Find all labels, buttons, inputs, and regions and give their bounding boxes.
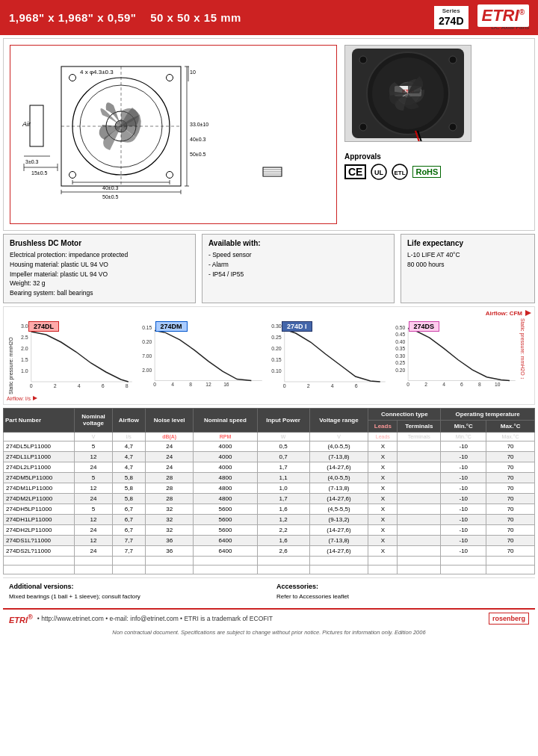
svg-text:0.20: 0.20 [395,368,405,373]
table-cell: 1,7 [257,462,309,472]
ul-mark: UL [371,164,387,180]
svg-text:16: 16 [223,382,229,387]
table-cell: X [368,483,398,493]
svg-point-9 [69,75,76,81]
table-cell: 4,7 [112,451,145,462]
svg-text:0.20: 0.20 [271,346,282,351]
svg-text:4: 4 [78,383,81,388]
table-cell: 70 [486,514,535,524]
table-cell: 1,6 [257,535,309,545]
table-cell: 70 [486,504,535,514]
specs-table: Part Number Nominalvoltage Airflow Noise… [3,408,535,574]
table-cell: 1,6 [257,504,309,514]
table-cell: -10 [441,483,486,493]
sh-v: V [75,432,112,441]
table-cell: 5 [75,441,112,451]
chart-274di: 274D I 0 2 4 6 0.30 0.25 0.20 0.15 0.10 [267,318,392,394]
table-cell: 12 [75,483,112,493]
table-cell: (4,0-5,5) [309,472,368,483]
table-cell: (14-27,6) [309,545,368,556]
svg-text:0.30: 0.30 [395,353,405,359]
table-row: 274DL1LP11000124,72440000,7(7-13,8)X-107… [4,451,535,462]
svg-text:0: 0 [283,383,286,388]
table-cell: 2,2 [257,524,309,535]
brand-block: ETRI® DC Axial Fans [477,4,530,31]
table-cell: (14-27,6) [309,462,368,472]
table-cell: 7,7 [112,545,145,556]
table-cell: X [368,535,398,545]
sh-max: Max.°C [486,432,535,441]
table-cell: 36 [145,535,193,545]
chart-274dl: 274DL 0 2 4 6 8 3.0 2.5 2.0 1.5 1.0 [13,318,139,394]
table-cell: 5,8 [112,483,145,493]
etl-mark: ETL [392,164,408,180]
table-cell: 4000 [194,451,257,462]
svg-text:1.5: 1.5 [21,357,28,362]
svg-text:12: 12 [205,382,211,387]
table-cell [398,451,441,462]
table-cell: 28 [145,493,193,504]
airflow-bottom-label: Airflow: l/s [7,396,531,401]
table-cell: 6,7 [112,504,145,514]
table-cell: 6,7 [112,524,145,535]
svg-text:8: 8 [477,382,480,387]
table-cell [398,462,441,472]
table-row: 274DM5LP1100055,82848001,1(4,0-5,5)X-107… [4,472,535,483]
svg-text:0.45: 0.45 [395,332,405,337]
table-cell: 6,7 [112,514,145,524]
table-cell: 6400 [194,545,257,556]
motor-specs-details: Electrical protection: impedance protect… [10,250,189,298]
life-title: Life expectancy [407,239,528,247]
svg-text:0.30: 0.30 [271,323,282,329]
table-row: 274DM2LP11000245,82848001,7(14-27,6)X-10… [4,493,535,504]
th-noise: Noise level [145,408,193,432]
table-cell: 70 [486,545,535,556]
chart-274ds: 274DS 0 2 4 6 8 10 0.50 0.45 0.40 0.35 0… [394,318,519,394]
svg-text:7.00: 7.00 [142,353,152,359]
svg-text:4: 4 [331,383,334,388]
sh-min: Min.°C [441,432,486,441]
table-cell: 5600 [194,514,257,524]
available-title: Available with: [208,239,388,247]
sh-w: W [257,432,309,441]
table-cell: 2,6 [257,545,309,556]
svg-text:0.25: 0.25 [395,360,405,365]
svg-text:40±0.3: 40±0.3 [190,137,205,142]
main-content: Air 3±0.3 15±0.5 4 x φ4.3±0.3 [3,38,535,231]
table-cell: 1,1 [257,472,309,483]
table-cell: 274DL1LP11000 [4,451,75,462]
series-label: Series [439,7,463,15]
svg-text:0.35: 0.35 [395,346,405,351]
table-cell: 274DH1LP11000 [4,514,75,524]
svg-point-49 [359,56,367,63]
svg-text:0: 0 [153,382,156,387]
table-row: 274DH2LP11000246,73256002,2(14-27,6)X-10… [4,524,535,535]
accessories-block: Accessories: Refer to Accessories leafle… [276,583,529,601]
svg-point-12 [167,172,173,179]
table-cell: 24 [75,462,112,472]
table-cell: X [368,472,398,483]
sh-rpm: RPM [194,432,257,441]
table-cell: -10 [441,545,486,556]
table-cell: X [368,514,398,524]
svg-text:0.10: 0.10 [271,368,282,374]
table-cell: 24 [145,451,193,462]
svg-point-52 [449,123,457,131]
svg-point-10 [167,75,173,81]
table-cell: 5,8 [112,472,145,483]
svg-text:0.20: 0.20 [142,338,152,344]
svg-text:3.0: 3.0 [21,323,28,329]
svg-text:2: 2 [307,383,310,388]
svg-text:8: 8 [126,383,129,388]
table-cell: 4000 [194,441,257,451]
svg-text:6: 6 [102,383,105,388]
table-cell: X [368,441,398,451]
rohs-mark: RoHS [412,166,441,178]
charts-section: Airflow: CFM Static pressure: mmH2O 274D… [3,306,535,405]
table-cell: (4,5-5,5) [309,504,368,514]
table-cell: -10 [441,441,486,451]
charts-outer: Static pressure: mmH2O 274DL 0 2 4 6 8 3… [7,318,531,394]
chart-label-274ds: 274DS [409,321,440,332]
motor-specs-title: Brushless DC Motor [10,239,189,247]
etri-logo: ETRI® [477,4,530,27]
